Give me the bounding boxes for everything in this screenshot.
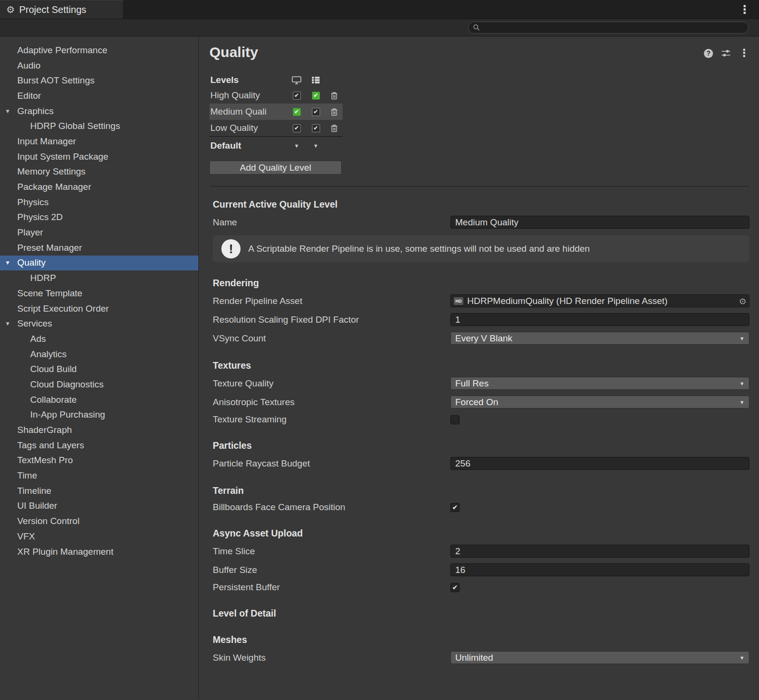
sidebar-item-preset-manager[interactable]: Preset Manager bbox=[0, 240, 198, 256]
platform-enabled-checkbox[interactable]: ✔ bbox=[293, 124, 301, 132]
sidebar-item-scene-template[interactable]: Scene Template bbox=[0, 286, 198, 301]
sidebar-item-label: UI Builder bbox=[17, 501, 57, 511]
presets-icon[interactable] bbox=[721, 49, 731, 57]
vsync-dropdown[interactable]: Every V Blank ▼ bbox=[450, 332, 749, 345]
buffer-size-label: Buffer Size bbox=[213, 565, 450, 575]
sidebar-item-in-app-purchasing[interactable]: In-App Purchasing bbox=[0, 408, 198, 423]
search-icon bbox=[473, 24, 480, 31]
default-desktop-dropdown[interactable]: ▼ bbox=[287, 143, 306, 149]
sidebar-item-timeline[interactable]: Timeline bbox=[0, 483, 198, 499]
desktop-platform-icon bbox=[287, 76, 306, 84]
quality-level-row[interactable]: High Quality ✔ ✔ bbox=[209, 87, 343, 104]
sidebar-item-tags-and-layers[interactable]: Tags and Layers bbox=[0, 438, 198, 453]
tab-project-settings[interactable]: ⚙ Project Settings bbox=[0, 0, 124, 19]
delete-level-icon[interactable] bbox=[325, 92, 343, 100]
name-label: Name bbox=[213, 217, 450, 228]
delete-level-icon[interactable] bbox=[325, 108, 343, 116]
search-input[interactable] bbox=[483, 23, 744, 33]
sidebar-item-ads[interactable]: Ads bbox=[0, 331, 198, 347]
sidebar-item-collaborate[interactable]: Collaborate bbox=[0, 392, 198, 408]
sidebar-item-quality[interactable]: ▼ Quality bbox=[0, 256, 198, 271]
sidebar-item-xr-plugin-management[interactable]: XR Plugin Management bbox=[0, 544, 198, 560]
sidebar-item-shadergraph[interactable]: ShaderGraph bbox=[0, 422, 198, 438]
platform-enabled-checkbox[interactable]: ✔ bbox=[312, 124, 320, 132]
sidebar-item-input-system-package[interactable]: Input System Package bbox=[0, 149, 198, 164]
panel-menu-icon[interactable]: ⋮ bbox=[739, 48, 749, 58]
quality-level-row[interactable]: Low Quality ✔ ✔ bbox=[209, 120, 343, 136]
chevron-down-icon: ▼ bbox=[739, 381, 745, 386]
anisotropic-dropdown[interactable]: Forced On ▼ bbox=[450, 396, 749, 408]
sidebar-item-cloud-diagnostics[interactable]: Cloud Diagnostics bbox=[0, 377, 198, 392]
sidebar-item-label: Physics 2D bbox=[17, 212, 63, 222]
sidebar-item-memory-settings[interactable]: Memory Settings bbox=[0, 164, 198, 180]
hdrp-asset-icon: HD bbox=[454, 297, 463, 305]
render-pipeline-asset-field[interactable]: HD HDRPMediumQuality (HD Render Pipeline… bbox=[450, 294, 749, 307]
quality-level-name: Low Quality bbox=[209, 123, 287, 133]
billboards-checkbox[interactable]: ✔ bbox=[450, 503, 460, 512]
persistent-buffer-label: Persistent Buffer bbox=[213, 582, 450, 593]
sidebar-item-time[interactable]: Time bbox=[0, 468, 198, 483]
texture-quality-dropdown[interactable]: Full Res ▼ bbox=[450, 377, 749, 390]
dpi-factor-field[interactable]: 1 bbox=[450, 313, 749, 326]
window-menu-icon[interactable]: ⋮ bbox=[739, 4, 759, 15]
search-field[interactable] bbox=[468, 22, 748, 34]
platform-enabled-checkbox[interactable]: ✔ bbox=[293, 92, 301, 100]
sidebar-item-vfx[interactable]: VFX bbox=[0, 529, 198, 544]
sidebar-item-hdrp-global-settings[interactable]: HDRP Global Settings bbox=[0, 118, 198, 134]
raycast-budget-field[interactable]: 256 bbox=[450, 457, 749, 470]
window-titlebar: ⚙ Project Settings ⋮ bbox=[0, 0, 759, 19]
sidebar-item-package-manager[interactable]: Package Manager bbox=[0, 179, 198, 195]
skin-weights-label: Skin Weights bbox=[213, 653, 450, 663]
add-quality-level-button[interactable]: Add Quality Level bbox=[209, 161, 342, 175]
chevron-expanded-icon[interactable]: ▼ bbox=[5, 259, 11, 266]
chevron-expanded-icon[interactable]: ▼ bbox=[5, 108, 11, 115]
chevron-expanded-icon[interactable]: ▼ bbox=[5, 320, 11, 327]
quality-level-row[interactable]: Medium Quali ✔ ✔ bbox=[209, 104, 343, 120]
skin-weights-row: Skin Weights Unlimited ▼ bbox=[209, 651, 749, 664]
time-slice-field[interactable]: 2 bbox=[450, 545, 749, 558]
sidebar-item-adaptive-performance[interactable]: Adaptive Performance bbox=[0, 43, 198, 58]
persistent-buffer-checkbox[interactable]: ✔ bbox=[450, 583, 460, 592]
sidebar-item-physics[interactable]: Physics bbox=[0, 195, 198, 210]
sidebar-item-label: Graphics bbox=[17, 106, 54, 117]
page-title: Quality bbox=[209, 44, 749, 60]
default-platform-dropdown[interactable]: ▼ bbox=[306, 143, 325, 149]
time-slice-row: Time Slice 2 bbox=[209, 545, 749, 558]
sidebar-item-physics-2d[interactable]: Physics 2D bbox=[0, 210, 198, 225]
name-field[interactable]: Medium Quality bbox=[450, 216, 749, 229]
delete-level-icon[interactable] bbox=[325, 124, 343, 132]
sidebar-item-services[interactable]: ▼ Services bbox=[0, 316, 198, 331]
sidebar-item-textmesh-pro[interactable]: TextMesh Pro bbox=[0, 453, 198, 468]
sidebar-item-cloud-build[interactable]: Cloud Build bbox=[0, 362, 198, 377]
anisotropic-row: Anisotropic Textures Forced On ▼ bbox=[209, 396, 749, 408]
platform-enabled-checkbox[interactable]: ✔ bbox=[312, 92, 320, 100]
sidebar-item-burst-aot-settings[interactable]: Burst AOT Settings bbox=[0, 73, 198, 88]
dpi-factor-label: Resolution Scaling Fixed DPI Factor bbox=[213, 315, 450, 325]
sidebar-item-label: HDRP bbox=[30, 273, 56, 283]
sidebar-item-editor[interactable]: Editor bbox=[0, 88, 198, 104]
skin-weights-dropdown[interactable]: Unlimited ▼ bbox=[450, 651, 749, 664]
sidebar-item-analytics[interactable]: Analytics bbox=[0, 347, 198, 362]
levels-label: Levels bbox=[209, 75, 287, 85]
sidebar-item-player[interactable]: Player bbox=[0, 225, 198, 240]
platform-enabled-checkbox[interactable]: ✔ bbox=[293, 108, 301, 116]
sidebar-item-ui-builder[interactable]: UI Builder bbox=[0, 499, 198, 514]
sidebar-item-hdrp[interactable]: HDRP bbox=[0, 270, 198, 286]
help-icon[interactable]: ? bbox=[704, 49, 713, 58]
sidebar-item-label: Input System Package bbox=[17, 152, 108, 162]
sidebar-item-script-execution-order[interactable]: Script Execution Order bbox=[0, 301, 198, 316]
sidebar-item-label: In-App Purchasing bbox=[30, 409, 105, 420]
texture-streaming-checkbox[interactable] bbox=[450, 415, 460, 424]
time-slice-label: Time Slice bbox=[213, 546, 450, 557]
sidebar-item-label: Scene Template bbox=[17, 288, 82, 299]
sidebar-item-label: Physics bbox=[17, 197, 48, 208]
sidebar-item-audio[interactable]: Audio bbox=[0, 58, 198, 73]
platform-enabled-checkbox[interactable]: ✔ bbox=[312, 108, 320, 116]
sidebar-item-graphics[interactable]: ▼ Graphics bbox=[0, 104, 198, 119]
raycast-budget-row: Particle Raycast Budget 256 bbox=[209, 457, 749, 470]
buffer-size-field[interactable]: 16 bbox=[450, 563, 749, 576]
sidebar-item-input-manager[interactable]: Input Manager bbox=[0, 134, 198, 149]
object-picker-icon[interactable]: ⊙ bbox=[739, 297, 746, 305]
billboards-label: Billboards Face Camera Position bbox=[213, 502, 450, 513]
sidebar-item-version-control[interactable]: Version Control bbox=[0, 513, 198, 529]
